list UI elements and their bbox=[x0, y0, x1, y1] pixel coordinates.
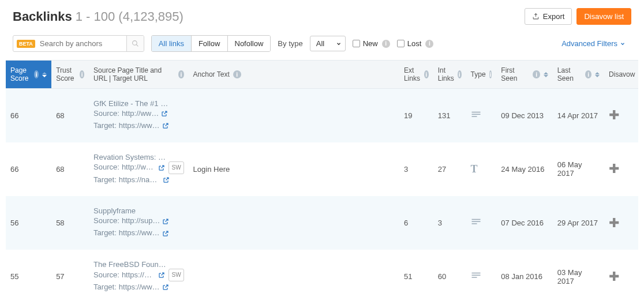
disavow-add-button[interactable]: ✚ bbox=[609, 161, 619, 176]
cell-first-seen: 24 May 2016 bbox=[496, 142, 552, 197]
toolbar: BETA All links Follow Nofollow By type A… bbox=[0, 31, 644, 60]
info-icon[interactable]: i bbox=[424, 70, 429, 78]
segment-follow[interactable]: Follow bbox=[192, 36, 228, 51]
table-row: 56 58 Supplyframe Source: http://sup… Ta… bbox=[6, 196, 638, 250]
search-input[interactable] bbox=[35, 36, 126, 51]
cell-int-links: 27 bbox=[433, 142, 466, 197]
target-label: Target: bbox=[93, 227, 117, 239]
source-label: Source: bbox=[93, 215, 119, 227]
col-label: Disavow bbox=[609, 70, 635, 78]
col-trust-score[interactable]: Trust Scorei bbox=[51, 61, 89, 89]
source-label: Source: bbox=[93, 108, 119, 120]
bytype-label: By type bbox=[278, 39, 302, 48]
source-url[interactable]: http://ww… bbox=[122, 161, 156, 174]
source-title: The FreeBSD Foundat… bbox=[93, 260, 169, 269]
cell-source: GfK Etilize - The #1 Su… Source: http://… bbox=[89, 89, 189, 142]
target-label: Target: bbox=[93, 174, 117, 186]
svg-point-0 bbox=[132, 41, 137, 46]
external-link-icon[interactable] bbox=[162, 284, 169, 291]
col-source[interactable]: Source Page Title and URL | Target URLi bbox=[89, 61, 189, 89]
segment-nofollow[interactable]: Nofollow bbox=[228, 36, 271, 51]
info-icon[interactable]: i bbox=[425, 40, 433, 48]
target-url[interactable]: https://ww… bbox=[119, 227, 160, 239]
col-label: Ext Links bbox=[404, 66, 421, 82]
external-link-icon[interactable] bbox=[162, 218, 169, 225]
advanced-filters-link[interactable]: Advanced Filters bbox=[561, 39, 626, 48]
col-label: Int Links bbox=[438, 66, 454, 82]
col-label: Type bbox=[471, 70, 486, 78]
target-url[interactable]: https://ww… bbox=[119, 281, 160, 294]
sw-badge: SW bbox=[169, 269, 184, 281]
text-lines-icon bbox=[471, 111, 481, 119]
cell-first-seen: 09 Dec 2013 bbox=[496, 89, 552, 142]
lost-label: Lost bbox=[407, 39, 422, 48]
cell-type bbox=[466, 250, 497, 301]
info-icon[interactable]: i bbox=[458, 70, 462, 78]
source-label: Source: bbox=[93, 161, 119, 174]
source-title: Revation Systems: We… bbox=[93, 153, 169, 161]
page-subtitle: 1 - 100 (4,123,895) bbox=[76, 9, 184, 24]
export-label: Export bbox=[543, 12, 565, 21]
cell-ext-links: 6 bbox=[399, 196, 433, 250]
bytype-select[interactable]: All bbox=[310, 36, 346, 51]
col-last-seen[interactable]: Last Seeni bbox=[553, 61, 604, 89]
source-url[interactable]: http://ww… bbox=[122, 108, 159, 120]
target-url[interactable]: https://na8… bbox=[119, 174, 160, 186]
col-page-score[interactable]: Page Scorei bbox=[6, 61, 51, 89]
cell-disavow: ✚ bbox=[604, 89, 638, 142]
external-link-icon[interactable] bbox=[158, 272, 165, 279]
col-label: First Seen bbox=[501, 66, 529, 82]
col-label: Last Seen bbox=[557, 66, 582, 82]
target-url[interactable]: https://ww… bbox=[119, 120, 160, 132]
table-row: 66 68 GfK Etilize - The #1 Su… Source: h… bbox=[6, 89, 638, 142]
cell-source: The FreeBSD Foundat… Source: https://ww…… bbox=[89, 250, 189, 301]
info-icon[interactable]: i bbox=[489, 70, 492, 78]
text-lines-icon bbox=[471, 218, 481, 226]
info-icon[interactable]: i bbox=[585, 70, 591, 78]
cell-type bbox=[466, 89, 497, 142]
col-label: Source Page Title and URL | Target URL bbox=[93, 66, 176, 82]
segment-all-links[interactable]: All links bbox=[152, 36, 192, 51]
search-button[interactable] bbox=[126, 36, 144, 51]
disavow-add-button[interactable]: ✚ bbox=[609, 108, 619, 122]
source-url[interactable]: https://ww… bbox=[122, 269, 156, 281]
info-icon[interactable]: i bbox=[80, 70, 84, 78]
col-ext-links[interactable]: Ext Linksi bbox=[399, 61, 433, 89]
new-checkbox[interactable] bbox=[353, 40, 360, 47]
cell-type: T bbox=[466, 142, 497, 197]
source-url[interactable]: http://sup… bbox=[122, 215, 160, 227]
bytype-value: All bbox=[316, 39, 324, 48]
external-link-icon[interactable] bbox=[158, 164, 165, 171]
table-row: 55 57 The FreeBSD Foundat… Source: https… bbox=[6, 250, 638, 301]
cell-page-score: 55 bbox=[6, 250, 51, 301]
external-link-icon[interactable] bbox=[163, 176, 170, 183]
cell-last-seen: 14 Apr 2017 bbox=[553, 89, 604, 142]
disavow-add-button[interactable]: ✚ bbox=[609, 216, 619, 230]
col-anchor[interactable]: Anchor Texti bbox=[189, 61, 399, 89]
disavow-list-button[interactable]: Disavow list bbox=[576, 8, 631, 25]
cell-ext-links: 3 bbox=[399, 142, 433, 197]
new-label: New bbox=[363, 39, 378, 48]
external-link-icon[interactable] bbox=[162, 230, 169, 237]
col-first-seen[interactable]: First Seeni bbox=[496, 61, 552, 89]
info-icon[interactable]: i bbox=[533, 70, 540, 78]
source-label: Source: bbox=[93, 269, 119, 281]
lost-checkbox[interactable] bbox=[397, 40, 405, 47]
disavow-add-button[interactable]: ✚ bbox=[609, 269, 619, 284]
col-type[interactable]: Typei bbox=[466, 61, 497, 89]
info-icon[interactable]: i bbox=[178, 70, 184, 78]
cell-disavow: ✚ bbox=[604, 142, 638, 197]
beta-badge: BETA bbox=[17, 40, 35, 48]
source-title: GfK Etilize - The #1 Su… bbox=[93, 99, 169, 108]
cell-page-score: 56 bbox=[6, 196, 51, 250]
external-link-icon[interactable] bbox=[162, 122, 169, 129]
external-link-icon[interactable] bbox=[161, 110, 168, 117]
info-icon[interactable]: i bbox=[233, 70, 241, 78]
col-label: Anchor Text bbox=[193, 70, 230, 78]
export-button[interactable]: Export bbox=[525, 8, 572, 25]
cell-int-links: 3 bbox=[433, 196, 466, 250]
info-icon[interactable]: i bbox=[382, 40, 390, 48]
col-int-links[interactable]: Int Linksi bbox=[433, 61, 466, 89]
info-icon[interactable]: i bbox=[34, 70, 39, 78]
cell-int-links: 131 bbox=[433, 89, 466, 142]
